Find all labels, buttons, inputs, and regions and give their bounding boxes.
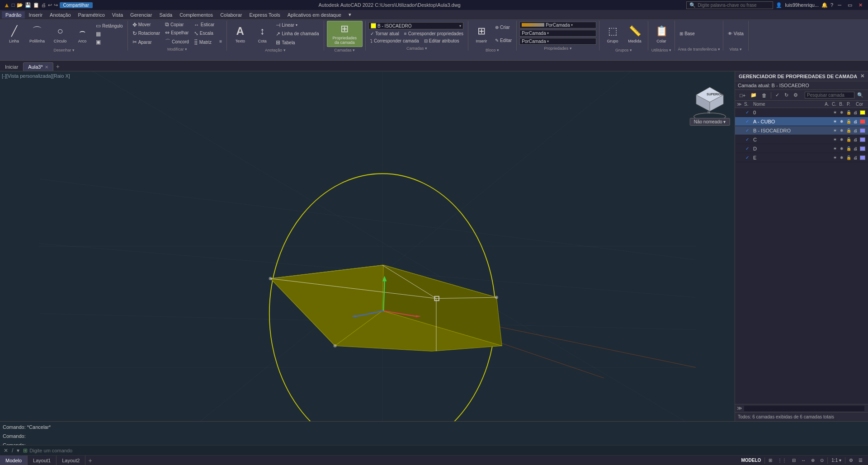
layer-dropdown[interactable]: B - ISOCAEDRO ▾ [368, 22, 463, 29]
btn-layer-current[interactable]: ✓ [774, 91, 781, 99]
tab-aula3[interactable]: Aula3* ✕ [23, 62, 53, 71]
layer-d-lock-icon[interactable]: 🔓 [845, 146, 852, 152]
tab-aula3-close[interactable]: ✕ [45, 65, 48, 70]
layer-c-freeze-icon[interactable]: ❄ [839, 136, 845, 143]
status-snap-btn[interactable]: ⋮⋮ [776, 458, 788, 463]
open-btn[interactable]: 📂 [17, 2, 23, 8]
layer-0-freeze-icon[interactable]: ❄ [839, 109, 845, 116]
layer-d-sun-icon[interactable]: ☀ [832, 146, 838, 152]
btn-copiar[interactable]: ⧉ Copiar [163, 21, 191, 28]
layer-b-print-icon[interactable]: 🖨 [852, 127, 859, 134]
btn-medida[interactable]: 📏 Medida [624, 21, 645, 47]
menu-vista[interactable]: Vista [108, 11, 127, 19]
btn-cota[interactable]: ↕ Cota [252, 21, 273, 47]
layer-row-d[interactable]: ✓ D ☀ ❄ 🔓 🖨 [735, 144, 868, 153]
menu-express[interactable]: Express Tools [245, 11, 283, 19]
btn-texto[interactable]: A Texto [230, 21, 250, 47]
layer-row-c[interactable]: ✓ C ☀ ❄ 🔓 🖨 [735, 135, 868, 144]
layer-scrollbar[interactable] [744, 406, 864, 411]
color-dropdown[interactable]: PorCamada ▾ [519, 22, 596, 28]
layer-c-lock-icon[interactable]: 🔓 [845, 136, 852, 143]
new-btn[interactable]: □ [12, 2, 15, 8]
layer-acubo-print-icon[interactable]: 🖨 [852, 118, 859, 125]
bell-icon[interactable]: 🔔 [821, 2, 828, 8]
layer-d-freeze-icon[interactable]: ❄ [839, 146, 845, 152]
print-btn[interactable]: 🖨 [41, 2, 46, 8]
layer-0-color[interactable] [860, 110, 865, 115]
status-model-label[interactable]: MODELO [739, 458, 763, 463]
linetype-dropdown[interactable]: PorCamada ▾ [519, 30, 596, 37]
cmd-input[interactable] [29, 448, 866, 453]
layer-acubo-sun-icon[interactable]: ☀ [832, 118, 838, 125]
layer-b-color[interactable] [860, 128, 865, 133]
layer-c-color[interactable] [860, 137, 865, 142]
layer-e-print-icon[interactable]: 🖨 [852, 155, 859, 161]
btn-layer-new[interactable]: □+ [738, 92, 747, 99]
undo-btn[interactable]: ↩ [48, 2, 52, 8]
tab-layout-add[interactable]: + [85, 456, 94, 465]
btn-aparar[interactable]: ✂ Aparar [131, 38, 162, 46]
restore-btn[interactable]: ▭ [846, 2, 854, 8]
cmd-slash-icon[interactable]: / [10, 447, 15, 454]
status-osnap-btn[interactable]: ⊕ [809, 458, 816, 463]
btn-retangulo[interactable]: ▭ Retângulo [94, 22, 125, 29]
tab-layout1[interactable]: Layout1 [28, 456, 57, 465]
search-box[interactable]: 🔍 [686, 1, 773, 9]
minimize-btn[interactable]: ─ [836, 2, 843, 8]
btn-corresponder-camada[interactable]: ⤵ Corresponder camada [368, 38, 421, 44]
menu-apps[interactable]: Aplicativos em destaque [284, 11, 345, 19]
cmd-close-icon[interactable]: ✕ [2, 447, 10, 454]
tab-iniciar[interactable]: Iniciar [0, 62, 23, 71]
btn-esticar[interactable]: ↔ Esticar [192, 21, 217, 28]
menu-complementos[interactable]: Complementos [176, 11, 217, 19]
btn-concord[interactable]: ⌒ Concord [163, 38, 191, 46]
btn-tabela[interactable]: ⊞ Tabela [274, 39, 321, 46]
btn-linha[interactable]: ╱ Linha [4, 21, 24, 47]
menu-saida[interactable]: Saída [156, 11, 176, 19]
help-btn[interactable]: ? [830, 2, 833, 8]
menu-gerenciar[interactable]: Gerenciar [127, 11, 156, 19]
layer-e-sun-icon[interactable]: ☀ [832, 155, 838, 161]
btn-gradiente[interactable]: ▣ [94, 38, 125, 46]
close-btn[interactable]: ✕ [857, 2, 864, 8]
btn-tornar-atual[interactable]: ✓ Tornar atual [368, 31, 401, 37]
layer-c-print-icon[interactable]: 🖨 [852, 136, 859, 143]
nav-cube[interactable]: N SUPERIOR Não nomeado ▾ [689, 80, 730, 121]
layer-search-input[interactable] [805, 92, 854, 99]
btn-layer-settings[interactable]: ⚙ [792, 91, 800, 99]
btn-linear[interactable]: ⊣ Linear ▾ [274, 22, 321, 29]
menu-padrao[interactable]: Padrão [2, 11, 25, 19]
saveas-btn[interactable]: 📋 [33, 2, 39, 8]
layer-panel-close-icon[interactable]: ✕ [860, 73, 864, 79]
tab-layout2[interactable]: Layout2 [57, 456, 85, 465]
layer-e-color[interactable] [860, 155, 865, 160]
btn-circulo[interactable]: ○ Círculo [50, 21, 71, 47]
btn-layer-folder[interactable]: 📁 [749, 91, 759, 99]
status-polar-btn[interactable]: ↔ [799, 458, 807, 463]
layer-expand-btn[interactable]: ≫ [737, 405, 742, 411]
btn-hachura[interactable]: ▦ [94, 30, 125, 38]
btn-editar-atrib[interactable]: ⊟ Editar atributos [422, 38, 461, 44]
layer-e-lock-icon[interactable]: 🔓 [845, 155, 852, 161]
layer-row-b-isocaedro[interactable]: ✓ B - ISOCAEDRO ☀ ❄ 🔓 🖨 [735, 126, 868, 135]
status-grid-btn[interactable]: ⊞ [767, 458, 774, 463]
btn-layer-refresh[interactable]: ↻ [783, 91, 790, 99]
layer-b-freeze-icon[interactable]: ❄ [839, 127, 845, 134]
btn-layer-search[interactable]: 🔍 [855, 91, 865, 99]
layer-row-0[interactable]: ✓ 0 ☀ ❄ 🔓 🖨 [735, 108, 868, 117]
btn-colar[interactable]: 📋 Colar [651, 21, 672, 47]
layer-b-sun-icon[interactable]: ☀ [832, 127, 838, 134]
btn-arco[interactable]: ⌢ Arco [72, 21, 93, 47]
btn-inserir-bloco[interactable]: ⊞ Inserir [471, 21, 492, 47]
btn-espelhar[interactable]: ⇔ Espelhar [163, 29, 191, 36]
btn-escala[interactable]: ⤡ Escala [192, 30, 217, 37]
btn-editar-bloco[interactable]: ✎ Editar [493, 38, 514, 43]
btn-grupo[interactable]: ⬚ Grupo [602, 21, 623, 47]
status-settings-icon[interactable]: ⚙ [847, 458, 855, 463]
status-ortho-btn[interactable]: ⊟ [790, 458, 797, 463]
layer-e-freeze-icon[interactable]: ❄ [839, 155, 845, 161]
btn-corresponder-prop[interactable]: ≡ Corresponder propriedades [402, 31, 465, 37]
layer-acubo-lock-icon[interactable]: 🔓 [845, 118, 852, 125]
layer-row-a-cubo[interactable]: ✓ A - CUBO ☀ ❄ 🔓 🖨 [735, 117, 868, 126]
share-btn[interactable]: Compartilhar [60, 2, 93, 8]
